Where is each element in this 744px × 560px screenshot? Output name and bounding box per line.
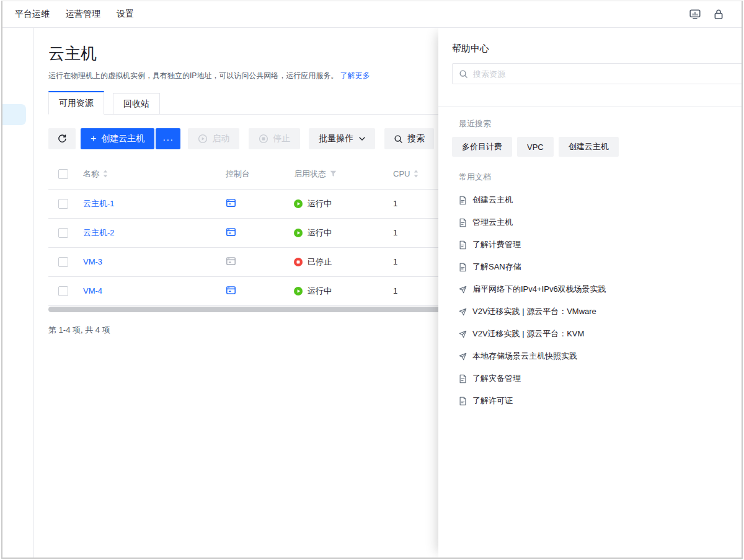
running-status-icon (294, 287, 303, 295)
help-search-box (452, 63, 743, 84)
filter-icon[interactable] (330, 170, 337, 177)
cpu-value: 1 (393, 199, 397, 208)
learn-more-link[interactable]: 了解更多 (340, 71, 370, 80)
table-row: 云主机-2 运行中 1 (48, 218, 451, 247)
sort-icon[interactable] (103, 170, 108, 178)
help-search-input[interactable] (473, 69, 743, 79)
row-checkbox[interactable] (58, 257, 68, 267)
stop-button: 停止 (249, 128, 300, 149)
search-icon (459, 69, 468, 79)
document-icon (459, 218, 467, 227)
status-badge: 运行中 (294, 286, 393, 297)
more-actions-button[interactable]: ··· (156, 128, 180, 149)
doc-link[interactable]: 管理云主机 (459, 211, 743, 234)
doc-link[interactable]: 扁平网络下的IPv4+IPv6双栈场景实践 (459, 278, 743, 300)
help-center-drawer: 帮助中心 最近搜索 多价目计费 VPC 创建云主机 常用文档 创建云主机 管理云… (438, 28, 743, 558)
play-circle-icon (198, 134, 208, 144)
cpu-value: 1 (393, 286, 397, 295)
cpu-value: 1 (393, 228, 397, 237)
vm-name-link[interactable]: VM-4 (83, 286, 102, 295)
create-vm-button[interactable]: + 创建云主机 (81, 128, 154, 149)
vm-name-link[interactable]: VM-3 (83, 257, 102, 266)
paper-plane-icon (459, 286, 467, 294)
table-row: 云主机-1 运行中 1 (48, 189, 451, 218)
doc-link[interactable]: 了解许可证 (459, 390, 743, 412)
vm-name-link[interactable]: 云主机-2 (83, 228, 115, 237)
doc-link[interactable]: 本地存储场景云主机快照实践 (459, 345, 743, 367)
topbar: 平台运维 运营管理 设置 (2, 1, 742, 28)
column-header-console: 控制台 (226, 159, 294, 189)
row-checkbox[interactable] (58, 228, 68, 238)
document-icon (459, 396, 467, 406)
console-icon[interactable] (226, 227, 236, 237)
row-checkbox[interactable] (58, 286, 68, 296)
console-icon-disabled (226, 256, 236, 266)
common-docs-label: 常用文档 (459, 172, 743, 183)
console-icon[interactable] (226, 198, 236, 208)
table-header-row: 名称 控制台 启用状态 (48, 159, 451, 189)
vm-table: 名称 控制台 启用状态 (48, 159, 451, 306)
running-status-icon (294, 199, 303, 208)
doc-list: 创建云主机 管理云主机 了解计费管理 了解SAN存储 扁平网络下的IPv4+IP… (438, 189, 743, 412)
search-button[interactable]: 搜索 (384, 128, 434, 149)
left-rail (2, 28, 34, 558)
recent-search-tags: 多价目计费 VPC 创建云主机 (452, 137, 743, 157)
tab-available-resources[interactable]: 可用资源 (48, 91, 104, 115)
page-description-text: 运行在物理机上的虚拟机实例，具有独立的IP地址，可以访问公共网络，运行应用服务。 (48, 71, 338, 80)
doc-link[interactable]: 了解灾备管理 (459, 367, 743, 390)
divider (438, 107, 743, 107)
status-badge: 已停止 (294, 256, 393, 268)
doc-link[interactable]: V2V迁移实践 | 源云平台：VMware (459, 300, 743, 323)
refresh-icon (57, 134, 67, 144)
stopped-status-icon (294, 258, 303, 266)
nav-item-settings[interactable]: 设置 (117, 9, 134, 20)
paper-plane-icon (459, 308, 467, 316)
recent-search-label: 最近搜索 (459, 118, 743, 129)
app-window: 平台运维 运营管理 设置 云主机 运行在物理机上的虚拟机实例，具有独立的IP地址… (1, 1, 743, 559)
document-icon (459, 374, 467, 383)
start-button: 启动 (188, 128, 239, 149)
sort-icon[interactable] (414, 170, 418, 178)
paper-plane-icon (459, 330, 467, 338)
paper-plane-icon (459, 352, 467, 361)
monitor-chart-icon[interactable] (689, 9, 701, 20)
chevron-down-icon (359, 137, 365, 141)
doc-link[interactable]: V2V迁移实践 | 源云平台：KVM (459, 323, 743, 345)
doc-link[interactable]: 创建云主机 (459, 189, 743, 211)
document-icon (459, 263, 467, 272)
document-icon (459, 240, 467, 250)
doc-link[interactable]: 了解SAN存储 (459, 256, 743, 278)
recent-tag[interactable]: 创建云主机 (559, 137, 619, 157)
tab-recycle-bin[interactable]: 回收站 (113, 93, 160, 114)
column-header-status[interactable]: 启用状态 (294, 159, 393, 189)
cpu-value: 1 (393, 257, 397, 266)
plus-icon: + (91, 134, 96, 144)
help-center-title: 帮助中心 (452, 43, 743, 55)
row-checkbox[interactable] (58, 199, 68, 209)
nav-item-operations-mgmt[interactable]: 运营管理 (66, 9, 100, 20)
document-icon (459, 196, 467, 205)
recent-tag[interactable]: VPC (517, 137, 554, 157)
recent-tag[interactable]: 多价目计费 (452, 137, 512, 157)
table-row: VM-4 运行中 1 (48, 276, 451, 305)
status-badge: 运行中 (294, 198, 393, 209)
horizontal-scrollbar[interactable] (48, 307, 440, 312)
batch-actions-button[interactable]: 批量操作 (309, 128, 375, 149)
status-badge: 运行中 (294, 227, 393, 238)
rail-active-menu-indicator[interactable] (2, 104, 26, 125)
nav-item-platform-ops[interactable]: 平台运维 (15, 9, 50, 20)
topbar-icons (689, 9, 724, 20)
console-icon[interactable] (226, 285, 236, 295)
column-header-name[interactable]: 名称 (83, 159, 226, 189)
select-all-checkbox[interactable] (58, 169, 68, 179)
search-icon (394, 134, 403, 144)
running-status-icon (294, 229, 303, 237)
lock-icon[interactable] (713, 9, 724, 20)
vm-name-link[interactable]: 云主机-1 (83, 199, 115, 208)
table-row: VM-3 已停止 1 (48, 247, 451, 276)
stop-circle-icon (259, 134, 268, 144)
refresh-button[interactable] (48, 128, 76, 149)
doc-link[interactable]: 了解计费管理 (459, 234, 743, 256)
